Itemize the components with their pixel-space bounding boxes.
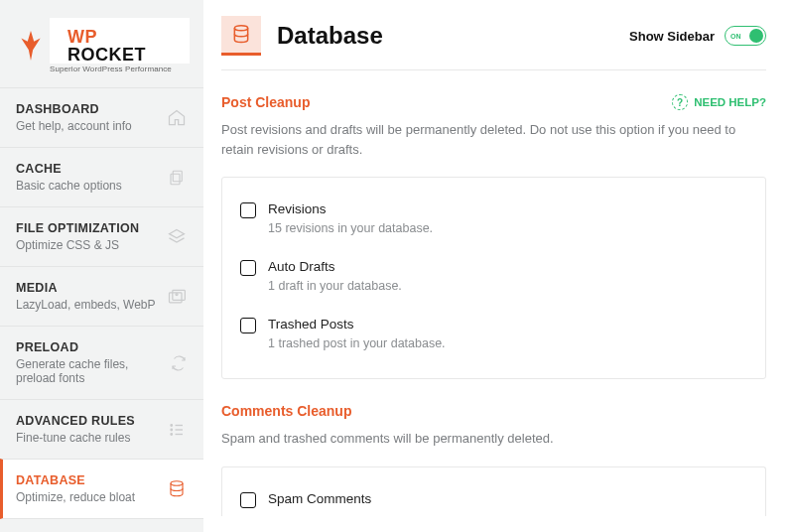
svg-rect-3 xyxy=(173,290,186,300)
svg-point-11 xyxy=(171,480,183,485)
sidebar-item-cache[interactable]: CACHE Basic cache options xyxy=(0,147,203,206)
sidebar-item-desc: Get help, account info xyxy=(16,119,132,133)
sidebar-item-database[interactable]: DATABASE Optimize, reduce bloat xyxy=(0,459,203,519)
sidebar-item-label: PRELOAD xyxy=(16,340,170,354)
sidebar-item-label: DATABASE xyxy=(16,473,135,487)
checkbox-revisions[interactable] xyxy=(240,202,256,218)
svg-point-9 xyxy=(171,433,173,435)
logo: WP ROCKET Superior WordPress Performance xyxy=(0,0,203,87)
logo-tagline: Superior WordPress Performance xyxy=(50,66,190,73)
section-title-comments-cleanup: Comments Cleanup xyxy=(221,403,766,419)
checkbox-spam-comments[interactable] xyxy=(240,492,256,508)
option-label: Auto Drafts xyxy=(268,259,402,274)
page-header: Database Show Sidebar ON xyxy=(221,10,766,66)
sidebar-item-desc: Basic cache options xyxy=(16,179,122,193)
checkbox-trashed-posts[interactable] xyxy=(240,318,256,333)
svg-point-4 xyxy=(176,293,178,295)
sidebar-item-desc: Generate cache files, preload fonts xyxy=(16,357,170,385)
option-sub: 1 trashed post in your database. xyxy=(268,336,446,350)
option-label: Trashed Posts xyxy=(268,317,446,332)
nav: DASHBOARD Get help, account info CACHE B… xyxy=(0,87,203,532)
sidebar-item-desc: LazyLoad, embeds, WebP xyxy=(16,298,156,312)
header-divider xyxy=(221,69,766,70)
sidebar-item-label: FILE OPTIMIZATION xyxy=(16,221,139,235)
option-sub: 15 revisions in your database. xyxy=(268,221,433,235)
option-label: Spam Comments xyxy=(268,491,371,506)
home-icon xyxy=(166,107,188,129)
show-sidebar-toggle[interactable]: ON xyxy=(725,26,766,46)
layers-icon xyxy=(166,226,188,248)
option-sub: 1 draft in your database. xyxy=(268,279,402,293)
list-icon xyxy=(166,419,188,441)
rocket-icon xyxy=(18,31,44,61)
copy-icon xyxy=(166,167,188,189)
sidebar-item-desc: Optimize CSS & JS xyxy=(16,238,139,252)
main-content: Database Show Sidebar ON Post Cleanup ? … xyxy=(203,0,794,532)
database-icon xyxy=(221,16,261,56)
comments-cleanup-card: Spam Comments xyxy=(221,466,766,516)
checkbox-auto-drafts[interactable] xyxy=(240,260,256,276)
sidebar-item-label: DASHBOARD xyxy=(16,102,132,116)
image-icon xyxy=(166,286,188,308)
need-help-label: NEED HELP? xyxy=(694,96,766,108)
need-help-button[interactable]: ? NEED HELP? xyxy=(672,94,766,110)
sidebar: WP ROCKET Superior WordPress Performance… xyxy=(0,0,203,532)
option-trashed-posts: Trashed Posts 1 trashed post in your dat… xyxy=(240,307,747,364)
sidebar-item-media[interactable]: MEDIA LazyLoad, embeds, WebP xyxy=(0,266,203,326)
option-spam-comments: Spam Comments xyxy=(240,481,747,510)
sidebar-item-desc: Fine-tune cache rules xyxy=(16,431,135,445)
option-auto-drafts: Auto Drafts 1 draft in your database. xyxy=(240,249,747,307)
section-desc-post-cleanup: Post revisions and drafts will be perman… xyxy=(221,120,766,159)
logo-text: WP ROCKET xyxy=(50,18,190,64)
section-desc-comments-cleanup: Spam and trashed comments will be perman… xyxy=(221,429,766,449)
svg-rect-0 xyxy=(173,171,182,182)
sidebar-item-label: MEDIA xyxy=(16,281,156,295)
section-title-post-cleanup: Post Cleanup xyxy=(221,94,310,110)
option-revisions: Revisions 15 revisions in your database. xyxy=(240,192,747,249)
refresh-icon xyxy=(170,352,188,374)
sidebar-item-label: CACHE xyxy=(16,162,122,176)
sidebar-item-label: ADVANCED RULES xyxy=(16,414,135,428)
page-title: Database xyxy=(277,22,383,50)
show-sidebar-label: Show Sidebar xyxy=(629,29,715,44)
svg-point-5 xyxy=(171,424,173,426)
help-icon: ? xyxy=(672,94,688,110)
svg-rect-1 xyxy=(171,174,180,185)
sidebar-item-desc: Optimize, reduce bloat xyxy=(16,490,135,504)
sidebar-item-advanced-rules[interactable]: ADVANCED RULES Fine-tune cache rules xyxy=(0,399,203,459)
sidebar-item-preload[interactable]: PRELOAD Generate cache files, preload fo… xyxy=(0,326,203,399)
database-icon xyxy=(166,478,188,500)
sidebar-item-dashboard[interactable]: DASHBOARD Get help, account info xyxy=(0,87,203,147)
toggle-state-label: ON xyxy=(730,33,741,40)
toggle-knob xyxy=(749,29,763,43)
sidebar-item-file-optimization[interactable]: FILE OPTIMIZATION Optimize CSS & JS xyxy=(0,206,203,266)
svg-point-7 xyxy=(171,429,173,431)
post-cleanup-card: Revisions 15 revisions in your database.… xyxy=(221,177,766,379)
svg-point-12 xyxy=(234,25,247,30)
option-label: Revisions xyxy=(268,201,433,216)
